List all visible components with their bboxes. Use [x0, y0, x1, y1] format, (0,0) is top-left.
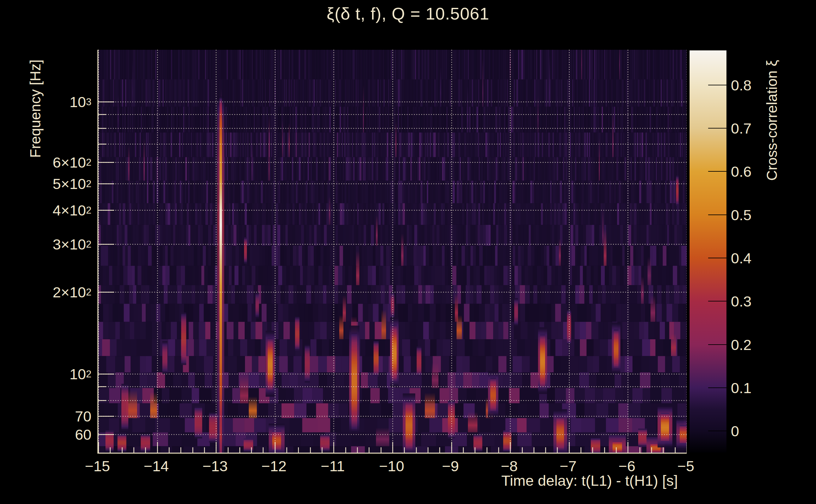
colorbar-gradient: [690, 50, 727, 453]
x-tick-label-5: −10: [379, 457, 404, 475]
colorbar-tick-label-3: 0.5: [731, 206, 751, 223]
colorbar-tick-7: [708, 387, 727, 388]
colorbar-tick-1: [708, 128, 727, 129]
colorbar-tick-label-4: 0.4: [731, 249, 751, 267]
colorbar-title: Cross-correlation ξ: [763, 60, 780, 181]
x-axis-title: Time delay: t(L1) - t(H1) [s]: [492, 472, 687, 489]
qscan-cross-correlation-figure: ξ(δ t, f), Q = 10.5061 Frequency [Hz] Ti…: [0, 0, 816, 504]
x-tick-label-9: −6: [619, 457, 636, 475]
colorbar-tick-label-2: 0.6: [731, 163, 751, 180]
colorbar-tick-2: [708, 171, 727, 172]
y-tick-label-5: 2×102: [32, 283, 91, 301]
heatmap-plot-frame: [97, 50, 687, 454]
y-tick-label-8: 60: [32, 426, 91, 443]
colorbar-tick-4: [708, 258, 727, 258]
x-tick-label-10: −5: [677, 457, 694, 475]
page-title: ξ(δ t, f), Q = 10.5061: [0, 4, 816, 23]
colorbar-tick-label-0: 0.8: [731, 76, 751, 94]
heatmap-canvas: [98, 50, 687, 453]
x-tick-label-2: −13: [202, 457, 228, 475]
colorbar-tick-8: [708, 431, 727, 431]
x-tick-label-3: −12: [262, 457, 287, 475]
colorbar-tick-label-7: 0.1: [731, 379, 751, 397]
y-tick-label-1: 6×102: [32, 153, 91, 171]
y-tick-label-3: 4×102: [32, 201, 91, 219]
colorbar-tick-label-1: 0.7: [731, 120, 751, 137]
colorbar-tick-3: [708, 215, 727, 215]
y-tick-label-2: 5×102: [32, 175, 91, 192]
colorbar-tick-label-6: 0.2: [731, 336, 751, 353]
y-tick-label-7: 70: [32, 407, 91, 425]
y-tick-label-4: 3×102: [32, 235, 91, 253]
colorbar-tick-label-8: 0: [731, 422, 739, 440]
x-tick-label-6: −9: [442, 457, 459, 475]
x-tick-label-7: −8: [501, 457, 518, 475]
colorbar-tick-label-5: 0.3: [731, 293, 751, 310]
colorbar-tick-0: [708, 85, 727, 85]
y-tick-label-0: 103: [32, 93, 91, 111]
colorbar-tick-6: [708, 344, 727, 345]
x-tick-label-8: −7: [560, 457, 577, 475]
x-tick-label-0: −15: [85, 457, 110, 475]
x-tick-label-1: −14: [144, 457, 169, 475]
colorbar-tick-5: [708, 301, 727, 301]
y-tick-label-6: 102: [32, 365, 91, 383]
x-tick-label-4: −11: [321, 457, 345, 475]
